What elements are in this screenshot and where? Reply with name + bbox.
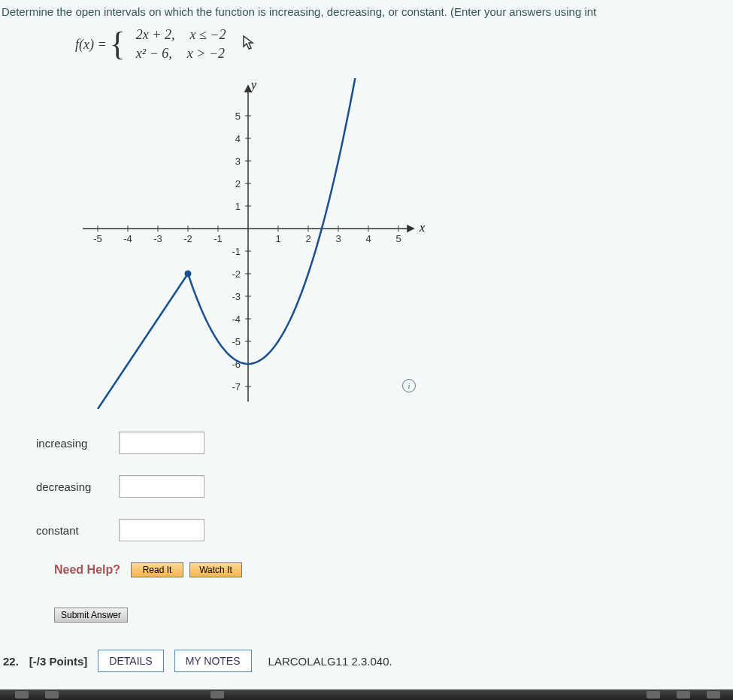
svg-point-48 (185, 271, 192, 277)
answer-section: increasing decreasing constant (36, 432, 733, 541)
svg-text:-2: -2 (183, 233, 192, 244)
question-text: Determine the open intervals on which th… (0, 1, 733, 18)
function-definition: f(x) = { 2x + 2, x ≤ −2 x² − 6, x > −2 (75, 26, 733, 63)
piece2-expr: x² − 6, (129, 44, 180, 63)
svg-marker-3 (245, 86, 251, 92)
svg-text:-1: -1 (214, 233, 223, 244)
x-axis-label: x (419, 221, 425, 234)
details-button[interactable]: DETAILS (98, 650, 163, 672)
svg-text:-4: -4 (123, 233, 132, 244)
y-axis-label: y (250, 78, 257, 92)
piece2-cond: x > −2 (180, 44, 232, 63)
svg-text:2: 2 (235, 178, 241, 189)
taskbar-icon[interactable] (677, 691, 690, 698)
submit-answer-button[interactable]: Submit Answer (54, 608, 128, 623)
decreasing-label: decreasing (36, 480, 119, 493)
taskbar-icon[interactable] (707, 691, 720, 698)
svg-text:3: 3 (335, 233, 341, 244)
graph-container: x y -5-4-3-2-112345-7-6-5-4-3-2-112345 i (68, 78, 733, 409)
svg-text:5: 5 (235, 111, 241, 122)
points-label: [-/3 Points] (29, 655, 88, 668)
piece1-expr: 2x + 2, (129, 26, 183, 44)
taskbar (0, 689, 733, 700)
taskbar-icon[interactable] (45, 691, 59, 698)
taskbar-icon[interactable] (15, 691, 29, 698)
svg-text:-5: -5 (232, 336, 241, 347)
svg-text:2: 2 (305, 233, 310, 244)
brace-icon: { (110, 31, 126, 57)
svg-text:1: 1 (275, 233, 280, 244)
decreasing-input[interactable] (119, 475, 204, 498)
svg-text:-7: -7 (232, 381, 241, 392)
taskbar-icon[interactable] (647, 691, 660, 698)
increasing-label: increasing (36, 437, 119, 450)
need-help-label: Need Help? (54, 563, 120, 577)
svg-text:-4: -4 (232, 314, 241, 325)
svg-marker-2 (407, 226, 413, 232)
cursor-icon (242, 35, 256, 55)
my-notes-button[interactable]: MY NOTES (174, 650, 252, 672)
svg-text:3: 3 (235, 156, 241, 167)
svg-text:4: 4 (365, 233, 371, 244)
help-row: Need Help? Read It Watch It (54, 562, 733, 577)
svg-text:-2: -2 (232, 268, 241, 280)
svg-text:1: 1 (235, 201, 241, 212)
taskbar-icon[interactable] (211, 691, 224, 698)
watch-it-button[interactable]: Watch It (189, 562, 242, 577)
piece1-cond: x ≤ −2 (182, 26, 233, 44)
constant-label: constant (36, 524, 119, 537)
function-graph: x y -5-4-3-2-112345-7-6-5-4-3-2-112345 (68, 78, 429, 409)
increasing-input[interactable] (119, 432, 204, 454)
question-number: 22. (3, 655, 19, 668)
fn-lhs: f(x) = (75, 37, 107, 53)
svg-text:-5: -5 (93, 233, 102, 244)
next-question-header: 22. [-/3 Points] DETAILS MY NOTES LARCOL… (3, 650, 733, 672)
read-it-button[interactable]: Read It (131, 562, 183, 577)
assignment-ref: LARCOLALG11 2.3.040. (268, 655, 392, 668)
svg-text:-3: -3 (232, 291, 241, 302)
svg-text:-3: -3 (153, 233, 162, 244)
info-icon[interactable]: i (402, 379, 416, 392)
constant-input[interactable] (119, 519, 204, 541)
svg-text:5: 5 (395, 233, 401, 244)
svg-text:4: 4 (235, 133, 241, 144)
svg-text:-1: -1 (232, 246, 241, 257)
